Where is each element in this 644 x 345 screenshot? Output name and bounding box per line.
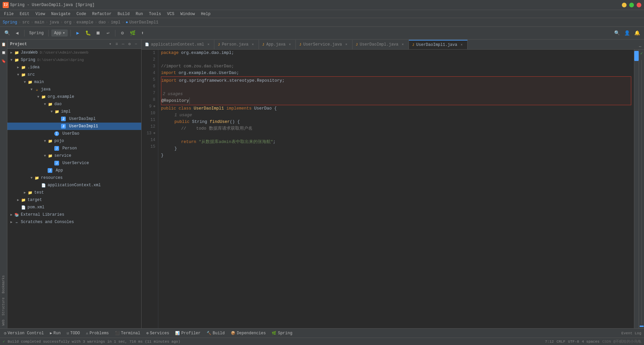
breadcrumb-example[interactable]: example <box>76 20 93 25</box>
tab-app[interactable]: J App.java × <box>259 40 296 49</box>
toolbar-find-button[interactable]: 🔍 <box>612 29 621 38</box>
tab-person[interactable]: J Person.java × <box>214 40 259 49</box>
tree-item-pom[interactable]: ▶ 📄 pom.xml <box>7 204 141 211</box>
close-button[interactable] <box>637 3 641 7</box>
menu-edit[interactable]: Edit <box>17 11 32 17</box>
toolbar-run-button[interactable]: ▶ <box>73 29 82 38</box>
bottom-versioncontrol[interactable]: ◷ Version Control <box>1 330 47 337</box>
tree-item-person[interactable]: ▶ J Person <box>7 145 141 152</box>
tree-item-target[interactable]: ▶ 📁 target <box>7 196 141 204</box>
menu-build[interactable]: Build <box>115 11 132 17</box>
menu-file[interactable]: File <box>1 11 16 17</box>
breadcrumb-dao[interactable]: dao <box>99 20 106 25</box>
bottom-services[interactable]: ⚙ Services <box>144 330 172 337</box>
minimize-button[interactable] <box>622 3 627 7</box>
tree-item-service[interactable]: ▼ 📁 service <box>7 152 141 159</box>
project-header-collapse-all[interactable]: ≡ <box>114 41 119 47</box>
menu-window[interactable]: Window <box>178 11 198 17</box>
tab-applicationcontext[interactable]: 📄 applicationContext.xml × <box>142 40 214 49</box>
tab-userservice[interactable]: J UserService.java × <box>296 40 352 49</box>
toolbar-git-button[interactable]: 🌿 <box>128 29 137 38</box>
tree-item-idea[interactable]: ▶ 📁 .idea <box>7 64 141 71</box>
breadcrumb-java[interactable]: java <box>49 20 59 25</box>
tree-item-scratches[interactable]: ▶ ✏ Scratches and Consoles <box>7 218 141 226</box>
project-header-dropdown[interactable]: ▾ <box>108 41 113 47</box>
bottom-run[interactable]: ▶ Run <box>47 330 63 337</box>
tree-item-userdao[interactable]: ▶ I UserDao <box>7 130 141 137</box>
tree-item-src[interactable]: ▼ 📁 src <box>7 71 141 78</box>
toolbar-back-button[interactable]: ◀ <box>13 29 21 38</box>
project-view-icon[interactable]: 📋 <box>1 41 7 48</box>
bottom-build[interactable]: 🔨 Build <box>204 330 227 337</box>
menu-refactor[interactable]: Refactor <box>90 11 114 17</box>
structure-label[interactable]: Structure <box>2 296 5 317</box>
toolbar-profile-button[interactable]: 👤 <box>623 29 631 38</box>
menu-view[interactable]: View <box>33 11 48 17</box>
tree-item-userdaoimpl[interactable]: ▶ J UserDaoImpl <box>7 115 141 123</box>
structure-icon[interactable]: 🔲 <box>1 49 7 56</box>
tree-item-main[interactable]: ▼ 📁 main <box>7 78 141 86</box>
menu-tools[interactable]: Tools <box>146 11 164 17</box>
menu-vcs[interactable]: VCS <box>164 11 177 17</box>
menu-help[interactable]: Help <box>198 11 213 17</box>
crlf[interactable]: CRLF <box>556 340 565 344</box>
maximize-button[interactable] <box>629 3 634 7</box>
menu-code[interactable]: Code <box>74 11 89 17</box>
tab-close-app[interactable]: × <box>287 42 292 47</box>
breadcrumb-userdaoimpl1[interactable]: UserDaoImpl1 <box>129 20 158 25</box>
scrollbar-thumb[interactable] <box>634 51 639 61</box>
toolbar-notifications-button[interactable]: 🔔 <box>633 29 641 38</box>
breadcrumb-org[interactable]: org <box>64 20 71 25</box>
menu-run[interactable]: Run <box>133 11 146 17</box>
bottom-problems[interactable]: ⚠ Problems <box>83 330 111 337</box>
tab-close-userdaoimpl[interactable]: × <box>400 42 405 47</box>
tab-close-userservice[interactable]: × <box>344 42 349 47</box>
bookmarks-label[interactable]: Bookmarks <box>2 274 5 295</box>
tab-userdaoimpl1[interactable]: J UserDaoImpl1.java × <box>409 40 468 49</box>
tab-close-person[interactable]: × <box>251 42 255 47</box>
editor-scrollbar[interactable] <box>634 50 639 328</box>
tab-userdaoimpl[interactable]: J UserDaoImpl.java × <box>353 40 409 49</box>
tree-item-resources[interactable]: ▼ 📁 resources <box>7 174 141 182</box>
line-col[interactable]: 7:12 <box>545 340 554 344</box>
code-area[interactable]: package org.example.dao.impl; //import c… <box>158 50 634 328</box>
toolbar-app-dropdown[interactable]: App ▾ <box>51 29 68 37</box>
tree-item-dao[interactable]: ▼ 📁 dao <box>7 100 141 108</box>
bottom-profiler[interactable]: 📊 Profiler <box>172 330 203 337</box>
project-header-gear[interactable]: ⚙ <box>127 41 132 47</box>
bottom-dependencies[interactable]: 📦 Dependencies <box>228 330 268 337</box>
event-log[interactable]: Event Log <box>620 331 643 335</box>
tree-item-app[interactable]: ▶ J App <box>7 167 141 174</box>
bookmark-icon[interactable]: 🔖 <box>1 58 7 65</box>
toolbar-settings-button[interactable]: ⚙ <box>118 29 127 38</box>
tab-close-applicationcontext[interactable]: × <box>206 42 211 47</box>
tree-item-spring[interactable]: ▼ 📁 Spring D:\Users\Admin\Spring <box>7 56 141 64</box>
tree-item-userdaoimpl1[interactable]: ▶ J UserDaoImpl1 <box>7 123 141 130</box>
tree-item-test[interactable]: ▶ 📁 test <box>7 189 141 196</box>
tree-item-pojo[interactable]: ▼ 📁 pojo <box>7 137 141 145</box>
menu-navigate[interactable]: Navigate <box>48 11 73 17</box>
bottom-spring[interactable]: 🌿 Spring <box>269 330 295 337</box>
project-header-settings[interactable]: ↔ <box>120 41 125 47</box>
tree-item-applicationcontext[interactable]: ▶ 📄 applicationContext.xml <box>7 182 141 189</box>
project-header-minimize[interactable]: − <box>133 41 139 47</box>
breadcrumb-impl[interactable]: impl <box>111 20 121 25</box>
toolbar-debug-button[interactable]: 🐛 <box>84 29 92 38</box>
tree-item-userservice[interactable]: ▶ J UserService <box>7 159 141 167</box>
tree-item-externallibs[interactable]: ▶ 📚 External Libraries <box>7 211 141 218</box>
breadcrumb-main[interactable]: main <box>35 20 44 25</box>
toolbar-stop-button[interactable]: ⏹ <box>94 29 102 38</box>
tree-item-java[interactable]: ▼ ☕ java <box>7 86 141 93</box>
web-label[interactable]: Web <box>2 318 5 327</box>
toolbar-search-button[interactable]: 🔍 <box>3 29 11 38</box>
bottom-todo[interactable]: ☑ TODO <box>64 330 83 337</box>
tab-more-button[interactable]: ⋯ <box>636 44 644 49</box>
encoding[interactable]: UTF-8 <box>568 340 579 344</box>
toolbar-push-button[interactable]: ⬆ <box>138 29 147 38</box>
breadcrumb-src[interactable]: src <box>22 20 30 25</box>
tree-item-impl[interactable]: ▼ 📁 impl <box>7 108 141 115</box>
tree-item-javaweb[interactable]: ▶ 📁 JavaWeb D:\Users\Admin\JavaWeb <box>7 49 141 56</box>
tree-item-orgexample[interactable]: ▼ 📁 org.example <box>7 93 141 100</box>
breadcrumb-spring[interactable]: Spring <box>3 20 17 25</box>
bottom-terminal[interactable]: ⬛ Terminal <box>112 330 143 337</box>
